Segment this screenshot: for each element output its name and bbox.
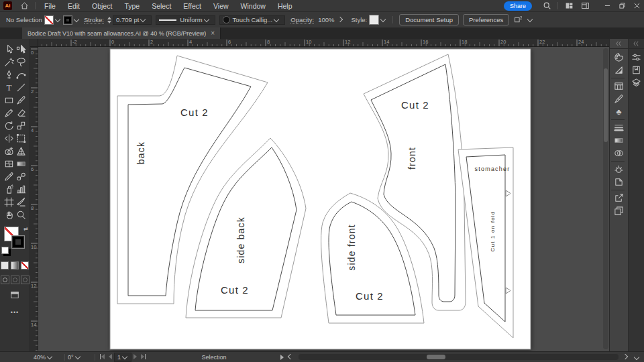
last-artboard-button[interactable] (141, 354, 146, 361)
previous-artboard-button[interactable] (109, 354, 112, 361)
scroll-left-icon[interactable] (288, 353, 293, 359)
export-panel-icon[interactable] (611, 192, 626, 204)
direct-selection-tool-icon[interactable] (15, 44, 27, 55)
stroke-weight-chevron-icon[interactable] (140, 16, 146, 21)
menu-view[interactable]: View (207, 2, 235, 10)
first-artboard-button[interactable] (100, 354, 105, 361)
status-display[interactable]: Selection (150, 354, 278, 361)
magic-wand-tool-icon[interactable] (3, 56, 15, 68)
horizontal-scrollbar-thumb[interactable] (427, 355, 445, 359)
hand-tool-icon[interactable] (3, 209, 15, 221)
share-button[interactable]: Share (504, 1, 532, 11)
mesh-tool-icon[interactable] (3, 158, 15, 170)
fill-dropdown-chevron-icon[interactable] (55, 16, 60, 21)
stroke-panel-panel-icon[interactable] (611, 121, 626, 134)
color-panel-icon[interactable] (611, 51, 626, 64)
blend-tool-icon[interactable] (15, 171, 27, 182)
shape-builder-tool-icon[interactable] (3, 145, 15, 157)
workspace-switcher-icon[interactable] (580, 1, 590, 11)
ruler-origin-corner[interactable] (30, 39, 38, 47)
rotation-dropdown[interactable]: 0° (65, 352, 95, 362)
layers-panel-icon[interactable] (629, 76, 643, 89)
swatches-panel-icon[interactable] (611, 80, 626, 93)
illustrator-logo-icon[interactable]: Ai (3, 1, 12, 10)
vertical-ruler[interactable]: 02468101214 (30, 46, 38, 351)
edit-toolbar-button[interactable]: ••• (11, 309, 19, 316)
brush-definition-field[interactable]: Touch Callig... (219, 15, 286, 25)
width-profile-chevron-icon[interactable] (203, 16, 209, 21)
stroke-weight-field[interactable]: 0.709 pt (113, 15, 152, 25)
gradient-button[interactable] (11, 261, 19, 269)
graphic-styles-panel-icon[interactable] (611, 176, 626, 188)
home-icon[interactable] (19, 1, 30, 11)
zoom-level-dropdown[interactable]: 40% (31, 352, 64, 362)
screen-mode-icon[interactable] (10, 290, 19, 302)
opacity-chevron-icon[interactable] (337, 16, 343, 21)
rectangle-tool-icon[interactable] (3, 95, 15, 106)
dock-collapse-chevron-icon[interactable] (634, 354, 639, 359)
column-graph-tool-icon[interactable] (15, 184, 27, 195)
close-button[interactable] (629, 0, 644, 11)
artboard-tool-icon[interactable] (3, 196, 15, 208)
expand-panels-icon[interactable] (610, 39, 628, 49)
vertical-scrollbar-thumb[interactable] (604, 68, 608, 142)
arrange-documents-icon[interactable] (564, 1, 574, 11)
slice-tool-icon[interactable] (15, 196, 27, 208)
rotate-tool-icon[interactable] (3, 120, 15, 131)
selection-tool-icon[interactable] (3, 44, 15, 55)
swap-fill-stroke-icon[interactable]: ⇄ (23, 226, 28, 232)
minimize-button[interactable] (600, 0, 614, 11)
menu-help[interactable]: Help (272, 2, 299, 10)
menu-file[interactable]: File (38, 2, 62, 10)
brush-chevron-icon[interactable] (274, 16, 279, 21)
next-artboard-button[interactable] (133, 354, 137, 361)
stroke-weight-stepper[interactable] (107, 17, 111, 23)
default-fill-stroke-icon[interactable] (1, 247, 9, 254)
paintbrush-tool-icon[interactable] (15, 95, 27, 106)
preferences-button[interactable]: Preferences (463, 14, 509, 25)
stroke-color-swatch[interactable] (63, 15, 72, 25)
transparency-panel-icon[interactable] (611, 147, 626, 160)
curvature-tool-icon[interactable] (15, 69, 27, 80)
rotation-chevron-icon[interactable] (74, 353, 80, 359)
menu-object[interactable]: Object (86, 2, 118, 10)
fill-stroke-indicator[interactable]: ⇄ (1, 226, 28, 255)
libraries-panel-icon[interactable] (629, 64, 643, 76)
gradient-tool-icon[interactable] (15, 158, 27, 170)
draw-normal-mode[interactable] (1, 276, 9, 284)
horizontal-scrollbar[interactable] (299, 354, 619, 360)
stroke-box[interactable] (11, 235, 25, 249)
menu-edit[interactable]: Edit (62, 2, 86, 10)
zoom-chevron-icon[interactable] (47, 353, 52, 359)
restore-button[interactable] (614, 0, 629, 11)
variable-width-profile-field[interactable]: Uniform (156, 15, 215, 25)
none-button[interactable] (21, 261, 29, 269)
artboards-panel-panel-icon[interactable] (611, 204, 626, 217)
scroll-right-icon[interactable] (623, 353, 628, 359)
appearance-panel-icon[interactable] (611, 163, 626, 176)
style-swatch[interactable] (369, 15, 379, 25)
menu-type[interactable]: Type (118, 2, 146, 10)
eyedropper-tool-icon[interactable] (3, 171, 15, 182)
menu-select[interactable]: Select (146, 2, 177, 10)
stroke-dropdown-chevron-icon[interactable] (74, 16, 79, 21)
scale-tool-icon[interactable] (15, 120, 27, 131)
workspace-chevron-icon[interactable] (527, 16, 533, 21)
expand-panels-icon[interactable] (629, 39, 644, 49)
gradient-panel-panel-icon[interactable] (611, 134, 626, 147)
document-setup-button[interactable]: Document Setup (399, 14, 459, 25)
opacity-label[interactable]: Opacity: (290, 16, 314, 24)
search-icon[interactable] (541, 1, 552, 11)
free-transform-tool-icon[interactable] (15, 133, 27, 144)
menu-window[interactable]: Window (235, 2, 272, 10)
pen-tool-icon[interactable] (3, 69, 15, 80)
zoom-tool-icon[interactable] (15, 209, 27, 221)
width-tool-icon[interactable] (3, 133, 15, 144)
canvas[interactable]: Cut 2backCut 2side backCut 2side frontCu… (30, 39, 609, 351)
lasso-tool-icon[interactable] (15, 56, 27, 68)
color-guide-panel-icon[interactable] (611, 64, 626, 76)
brushes-panel-icon[interactable] (611, 93, 626, 105)
stroke-label[interactable]: Stroke: (84, 16, 104, 24)
properties-panel-icon[interactable] (629, 51, 643, 64)
artboard-number-chevron-icon[interactable] (122, 353, 127, 359)
